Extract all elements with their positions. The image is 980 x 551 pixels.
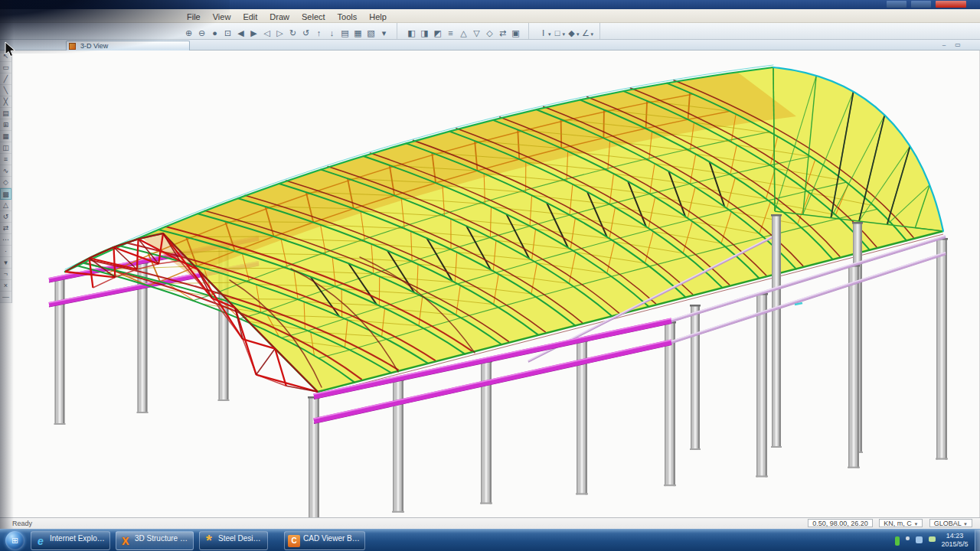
rotate-tool-icon[interactable]: ↺ — [0, 211, 11, 223]
triangle-tool-icon[interactable]: △ — [0, 200, 11, 211]
start-button[interactable]: ⊞ — [5, 531, 24, 550]
child-restore-icon[interactable]: ▭ — [952, 41, 963, 49]
draw-polyline-icon[interactable]: ╲ — [0, 85, 11, 96]
taskbar-button-label: Internet Explorer — [50, 534, 106, 543]
menu-item-view[interactable]: View — [207, 11, 237, 22]
system-tray[interactable] — [889, 534, 936, 548]
rotate-ccw-icon[interactable]: ↺ — [299, 27, 312, 39]
list-tool-icon[interactable]: ≡ — [0, 154, 11, 165]
menu-item-file[interactable]: File — [181, 11, 207, 22]
tray-power-icon[interactable] — [929, 536, 936, 542]
dropdown-tool-icon[interactable]: ▾ — [0, 257, 11, 269]
select-window-icon[interactable]: ◧ — [405, 27, 418, 39]
draw-quad-icon[interactable]: ◇ — [483, 27, 496, 39]
clock-time: 14:23 — [937, 532, 972, 540]
model-viewport[interactable]: ↖▭╱╲╳▤⊞▦◫≡∿◇▩△↺⇄⋯·▾¬×— — [0, 51, 980, 517]
view-3d-icon[interactable]: ▧ — [364, 27, 377, 39]
delete-tool-icon[interactable]: × — [0, 280, 11, 292]
frame-section-icon[interactable]: ◫ — [0, 142, 11, 154]
view-xz-icon[interactable]: ▦ — [351, 27, 364, 39]
taskbar-button-cad-app[interactable]: CCAD Viewer Basic — [284, 531, 365, 550]
minimize-button[interactable] — [887, 1, 906, 8]
pan-left-icon[interactable]: ◁ — [260, 27, 273, 39]
dash-tool-icon[interactable]: — — [0, 292, 11, 303]
zoom-in-icon[interactable]: ⊕ — [182, 27, 195, 39]
menu-item-select[interactable]: Select — [296, 11, 332, 22]
browser-icon: e — [34, 535, 47, 547]
taskbar-button-label: Steel Designer — [218, 534, 268, 543]
wave-tool-icon[interactable]: ∿ — [0, 165, 11, 177]
chevron-down-icon: ▼ — [913, 522, 918, 527]
chevron-down-icon[interactable]: ▾ — [548, 31, 551, 37]
taskbar-buttons: eInternet ExplorerX3D Structure Model*St… — [31, 531, 371, 550]
layer-list-icon[interactable]: ▤ — [0, 108, 11, 119]
invert-tool-icon[interactable]: ¬ — [0, 269, 11, 280]
csys-dropdown[interactable]: GLOBAL ▼ — [929, 519, 972, 527]
menu-items: FileViewEditDrawSelectToolsHelp — [181, 9, 393, 22]
select-pointer-icon[interactable]: ↖ — [0, 51, 11, 62]
taskbar-button-model-app[interactable]: X3D Structure Model — [116, 531, 194, 550]
child-minimize-icon[interactable]: – — [939, 41, 949, 49]
snap-grid-icon[interactable]: ⊞ — [0, 119, 11, 131]
units-dropdown[interactable]: KN, m, C ▼ — [879, 519, 923, 527]
windows-taskbar: ⊞ eInternet ExplorerX3D Structure Model*… — [0, 529, 980, 551]
draw-line-icon[interactable]: ╱ — [0, 73, 11, 85]
show-desktop-button[interactable] — [975, 530, 980, 551]
model-canvas[interactable] — [0, 51, 980, 517]
tray-network-icon[interactable] — [916, 536, 923, 543]
pan-right-icon[interactable]: ▷ — [273, 27, 286, 39]
close-button[interactable] — [936, 1, 966, 8]
grid-toggle-icon[interactable]: ▣ — [509, 27, 522, 39]
zoom-extents-icon[interactable]: ● — [208, 27, 221, 39]
design-app-icon: * — [203, 535, 215, 547]
angle-display-icon[interactable]: ∠ — [580, 27, 593, 39]
move-down-icon[interactable]: ↓ — [325, 27, 338, 39]
mesh-tool-icon[interactable]: ▦ — [0, 131, 11, 142]
taskbar-clock[interactable]: 14:23 2015/5/5 — [937, 532, 972, 549]
tray-update-icon[interactable] — [906, 536, 910, 540]
reshape-tool-icon[interactable]: ▭ — [0, 62, 11, 73]
draw-braced-icon[interactable]: ╳ — [0, 96, 11, 108]
area-display-icon[interactable]: □ — [551, 27, 564, 39]
zoom-window-icon[interactable]: ⊡ — [221, 27, 234, 39]
view-tab-3d[interactable]: 3-D View — [66, 41, 190, 51]
model-icon — [69, 43, 76, 50]
toolbar-group-1: ◧◨◩≡△▽◇⇄▣ — [405, 23, 529, 39]
prev-view-icon[interactable]: ◀ — [234, 27, 247, 39]
move-up-icon[interactable]: ↑ — [312, 27, 325, 39]
menu-item-draw[interactable]: Draw — [263, 11, 296, 22]
select-prev-icon[interactable]: ◩ — [431, 27, 444, 39]
select-all-icon[interactable]: ≡ — [444, 27, 457, 39]
view-xy-icon[interactable]: ▤ — [338, 27, 351, 39]
view-menu-icon[interactable]: ▾ — [377, 27, 390, 39]
chevron-down-icon[interactable]: ▾ — [591, 31, 594, 37]
select-poly-icon[interactable]: ◨ — [418, 27, 431, 39]
node-tool-icon[interactable]: ◇ — [0, 177, 11, 188]
taskbar-button-design-app[interactable]: *Steel Designer — [199, 531, 268, 550]
toolbar-group-2: Ⅰ▾□▾◆▾∠▾ — [537, 23, 600, 39]
zoom-out-icon[interactable]: ⊖ — [195, 27, 208, 39]
model-app-icon: X — [119, 535, 132, 547]
title-bar — [0, 0, 980, 9]
more-tools-icon[interactable]: ⋯ — [0, 234, 11, 246]
point-tool-icon[interactable]: · — [0, 246, 11, 257]
next-view-icon[interactable]: ▶ — [247, 27, 260, 39]
draw-frame-icon[interactable]: △ — [457, 27, 470, 39]
swap-tool-icon[interactable]: ⇄ — [0, 223, 11, 234]
draw-brace-icon[interactable]: ▽ — [470, 27, 483, 39]
swap-view-icon[interactable]: ⇄ — [496, 27, 509, 39]
taskbar-button-browser[interactable]: eInternet Explorer — [31, 531, 110, 550]
view-tab-label: 3-D View — [80, 42, 108, 50]
toolbar-group-0: ⊕⊖●⊡◀▶◁▷↻↺↑↓▤▦▧▾ — [182, 23, 397, 39]
area-tool-icon[interactable]: ▩ — [0, 188, 11, 200]
maximize-button[interactable] — [911, 1, 931, 8]
menu-item-tools[interactable]: Tools — [332, 11, 364, 22]
status-bar: Ready 0.50, 98.00, 26.20 KN, m, C ▼ GLOB… — [0, 517, 980, 529]
side-toolbar: ↖▭╱╲╳▤⊞▦◫≡∿◇▩△↺⇄⋯·▾¬×— — [0, 51, 12, 303]
menu-item-help[interactable]: Help — [363, 11, 393, 22]
rotate-cw-icon[interactable]: ↻ — [286, 27, 299, 39]
application-window: FileViewEditDrawSelectToolsHelp ⊕⊖●⊡◀▶◁▷… — [0, 0, 980, 551]
windows-logo-icon: ⊞ — [5, 531, 24, 549]
tray-status-icon[interactable] — [895, 536, 900, 546]
menu-item-edit[interactable]: Edit — [237, 11, 263, 22]
